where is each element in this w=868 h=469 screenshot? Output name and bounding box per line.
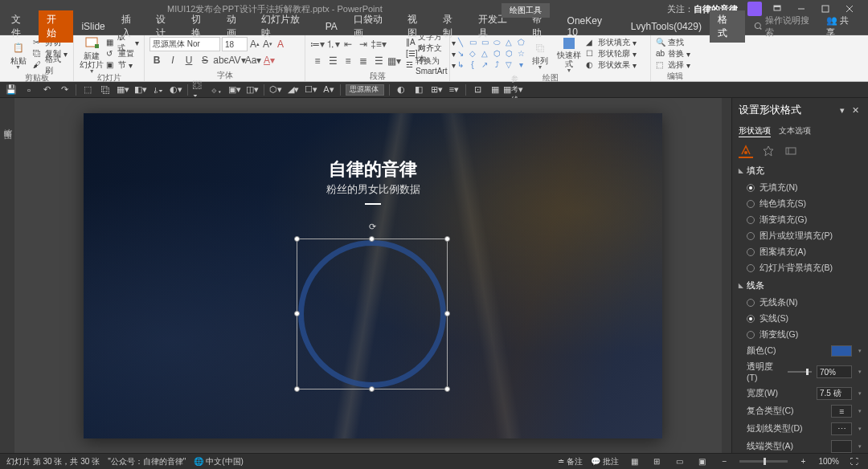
italic-button[interactable]: I <box>166 53 180 67</box>
slide[interactable]: 自律的音律 粉丝的男女比例数据 ⟳ <box>84 113 662 438</box>
zoom-out-button[interactable]: − <box>717 455 731 468</box>
resize-handle-tr[interactable] <box>444 236 450 242</box>
fit-window-button[interactable]: ⛶ <box>847 455 862 468</box>
fill-gradient-radio[interactable]: 渐变填充(G) <box>732 212 868 228</box>
qat-new-button[interactable]: ▫ <box>23 84 35 96</box>
panel-effects-icon[interactable] <box>761 144 776 158</box>
qat-btn-13[interactable]: ☐▾ <box>305 84 317 96</box>
qat-save-button[interactable]: 💾 <box>5 84 18 96</box>
qat-btn-10[interactable]: ◫▾ <box>246 84 259 96</box>
qat-btn-3[interactable]: ▦▾ <box>117 84 129 96</box>
paste-button[interactable]: 📋 粘贴▼ <box>5 37 31 72</box>
qat-btn-18[interactable]: ≡▾ <box>448 84 461 96</box>
qat-btn-16[interactable]: ◧ <box>412 84 425 96</box>
zoom-slider[interactable] <box>739 460 788 463</box>
tab-design[interactable]: 设计 <box>148 10 183 43</box>
tab-transitions[interactable]: 切换 <box>183 10 219 43</box>
reset-button[interactable]: ↺重置 <box>106 48 139 59</box>
compound-combo[interactable]: ≡ <box>831 405 852 418</box>
selection-bounding-box[interactable]: ⟳ <box>297 239 448 389</box>
transparency-slider[interactable] <box>788 371 812 373</box>
qat-undo-button[interactable]: ↶ <box>40 84 53 96</box>
new-slide-button[interactable]: 新建 幻灯片▼ <box>79 37 104 72</box>
bold-button[interactable]: B <box>149 53 164 67</box>
shape-effects-button[interactable]: ◐形状效果 ▾ <box>586 59 637 71</box>
qat-btn-5[interactable]: ⫰▾ <box>152 84 165 96</box>
qat-btn-19[interactable]: ⊡ <box>471 84 484 96</box>
select-button[interactable]: ⬚选择 ▾ <box>656 59 690 71</box>
smartart-button[interactable]: ☲转换为 SmartArt ▾ <box>406 59 456 71</box>
comments-button[interactable]: 💬 批注 <box>591 456 619 467</box>
cap-type-row[interactable]: 线端类型(A)▾ <box>732 438 868 453</box>
align-left-button[interactable]: ≡ <box>310 54 325 68</box>
qat-btn-2[interactable]: ⿻ <box>99 84 112 96</box>
line-color-row[interactable]: 颜色(C)▾ <box>732 343 868 359</box>
qat-redo-button[interactable]: ↷ <box>58 84 71 96</box>
width-input[interactable]: 7.5 磅 <box>817 387 852 400</box>
qat-btn-8[interactable]: ⟐▾ <box>211 84 223 96</box>
zoom-in-button[interactable]: + <box>796 455 810 468</box>
justify-button[interactable]: ≣ <box>356 54 371 68</box>
qat-btn-20[interactable]: ▦ <box>489 84 502 96</box>
transparency-input[interactable]: 70% <box>817 365 852 378</box>
qat-font-select[interactable]: 思源黑体 <box>346 84 384 96</box>
line-color-swatch[interactable] <box>831 345 852 357</box>
share-button[interactable]: 👥 共享 <box>818 12 866 41</box>
numbering-button[interactable]: ⒈▾ <box>326 37 340 51</box>
language-status[interactable]: 🌐 中文(中国) <box>194 456 244 467</box>
line-section-header[interactable]: 线条 <box>732 276 868 295</box>
panel-size-icon[interactable] <box>784 144 798 158</box>
compound-type-row[interactable]: 复合类型(C)≡▾ <box>732 402 868 420</box>
line-gradient-radio[interactable]: 渐变线(G) <box>732 327 868 343</box>
shape-outline-button[interactable]: ☐形状轮廓 ▾ <box>586 48 637 59</box>
cap-combo[interactable] <box>831 440 852 453</box>
find-button[interactable]: 🔍查找 <box>656 37 690 48</box>
resize-handle-bl[interactable] <box>294 386 300 392</box>
reading-view-button[interactable]: ▭ <box>672 455 686 468</box>
tab-view[interactable]: 视图 <box>399 10 435 43</box>
tab-animations[interactable]: 动画 <box>219 10 254 43</box>
tab-islide[interactable]: iSlide <box>73 18 113 35</box>
slideshow-view-button[interactable]: ▣ <box>694 455 709 468</box>
line-none-radio[interactable]: 无线条(N) <box>732 295 868 311</box>
sorter-view-button[interactable]: ⊞ <box>649 455 664 468</box>
align-center-button[interactable]: ☰ <box>326 54 340 68</box>
qat-btn-4[interactable]: ◧▾ <box>134 84 147 96</box>
vertical-scrollbar[interactable] <box>722 98 731 453</box>
fill-pattern-radio[interactable]: 图案填充(A) <box>732 244 868 260</box>
fill-section-header[interactable]: 填充 <box>732 161 868 180</box>
tab-home[interactable]: 开始 <box>39 10 74 43</box>
dash-combo[interactable]: ⋯ <box>831 422 852 435</box>
tab-pa[interactable]: PA <box>317 18 346 35</box>
resize-handle-br[interactable] <box>444 386 450 392</box>
fill-solid-radio[interactable]: 纯色填充(S) <box>732 196 868 212</box>
panel-options-button[interactable]: ▾ <box>836 104 849 116</box>
distribute-button[interactable]: ☰ <box>371 54 386 68</box>
fill-none-radio[interactable]: 无填充(N) <box>732 180 868 196</box>
tab-record[interactable]: 录制 <box>435 10 470 43</box>
tab-pocket-anim[interactable]: 口袋动画 <box>346 10 399 43</box>
qat-btn-9[interactable]: ▣▾ <box>228 84 241 96</box>
line-width-row[interactable]: 宽度(W)7.5 磅▾ <box>732 385 868 402</box>
qat-btn-14[interactable]: A▾ <box>322 84 335 96</box>
spacing-button[interactable]: AV▾ <box>230 53 244 67</box>
notes-button[interactable]: ≐ 备注 <box>558 456 583 467</box>
section-button[interactable]: ▣节 ▾ <box>106 59 139 71</box>
normal-view-button[interactable]: ▦ <box>627 455 641 468</box>
arrange-button[interactable]: ⿻排列▼ <box>528 37 552 72</box>
qat-btn-1[interactable]: ⬚ <box>81 84 94 96</box>
slide-canvas[interactable]: 自律的音律 粉丝的男女比例数据 ⟳ <box>14 98 731 453</box>
columns-button[interactable]: ▦▾ <box>387 54 401 68</box>
align-right-button[interactable]: ≡ <box>341 54 355 68</box>
resize-handle-tc[interactable] <box>369 236 375 242</box>
tab-lvyhtools[interactable]: LvyhTools(0429) <box>623 18 710 35</box>
qat-btn-6[interactable]: ◐▾ <box>170 84 182 96</box>
line-transparency-row[interactable]: 透明度(T)70%▾ <box>732 359 868 385</box>
panel-fill-line-icon[interactable] <box>739 144 753 158</box>
qat-btn-11[interactable]: ⬡▾ <box>269 84 282 96</box>
resize-handle-bc[interactable] <box>369 386 375 392</box>
tab-format[interactable]: 格式 <box>710 10 745 43</box>
strike-button[interactable]: S <box>198 53 212 67</box>
format-painter-button[interactable]: 🖌格式刷 <box>33 59 68 71</box>
resize-handle-mr[interactable] <box>444 311 450 316</box>
